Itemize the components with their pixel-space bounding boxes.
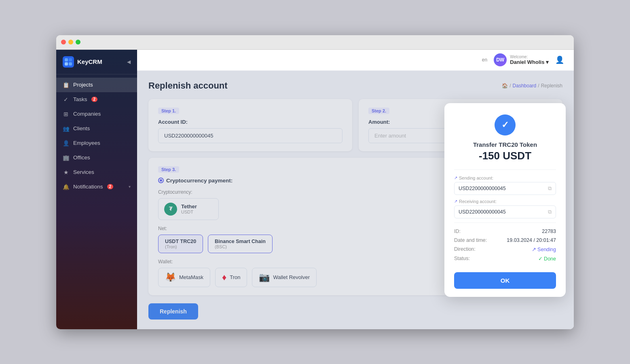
- copy-receiving-icon[interactable]: ⧉: [548, 209, 552, 215]
- user-menu[interactable]: DW Welcome: Daniel Wholis ▾: [494, 53, 549, 66]
- direction-row: Direction: ↗ Sending: [454, 245, 556, 254]
- sidebar-label-clients: Clients: [73, 125, 90, 131]
- sidebar-item-clients[interactable]: 👥 Clients: [56, 121, 137, 136]
- sidebar-item-companies[interactable]: ⊞ Companies: [56, 107, 137, 121]
- direction-label: Direction:: [454, 246, 476, 252]
- sidebar-item-notifications[interactable]: 🔔 Notifications 2 ▾: [56, 180, 137, 194]
- svg-rect-1: [69, 58, 72, 61]
- clients-icon: 👥: [63, 125, 69, 132]
- svg-rect-2: [65, 62, 68, 66]
- check-icon: ✓: [501, 120, 509, 130]
- services-icon: ★: [63, 169, 69, 176]
- check-circle: ✓: [495, 114, 516, 135]
- svg-rect-0: [65, 58, 68, 61]
- modal-details: ↗ Sending account: USD2200000000045 ⧉ ↗: [454, 169, 556, 289]
- welcome-text: Welcome:: [510, 55, 549, 59]
- modal-info-grid: ID: 22783 Date and time: 19.03.2024 / 20…: [454, 227, 556, 263]
- send-arrow-icon: ↗: [454, 176, 457, 180]
- receiving-label: ↗ Receiving account:: [454, 199, 556, 204]
- modal-amount: -150 USDT: [479, 150, 531, 162]
- sidebar: KeyCRM ◀ 📋 Projects ✓ Tasks 2 ⊞ Companie…: [56, 50, 137, 329]
- topbar: en DW Welcome: Daniel Wholis ▾ 👤: [137, 50, 574, 71]
- datetime-row: Date and time: 19.03.2024 / 20:01:47: [454, 236, 556, 245]
- language-indicator[interactable]: en: [482, 57, 487, 63]
- recv-arrow-icon: ↗: [454, 199, 457, 203]
- page-area: Replenish account 🏠 / Dashboard / Replen…: [137, 71, 574, 329]
- tasks-icon: ✓: [63, 96, 69, 103]
- direction-value: ↗ Sending: [532, 246, 556, 252]
- notifications-chevron: ▾: [129, 184, 131, 189]
- sidebar-label-employees: Employees: [73, 140, 100, 146]
- sending-account-row: ↗ Sending account: USD2200000000045 ⧉: [454, 176, 556, 195]
- sidebar-label-projects: Projects: [73, 82, 93, 88]
- datetime-value: 19.03.2024 / 20:01:47: [507, 237, 556, 243]
- companies-icon: ⊞: [63, 111, 69, 117]
- sidebar-item-services[interactable]: ★ Services: [56, 165, 137, 180]
- sidebar-label-companies: Companies: [73, 111, 101, 117]
- modal-title: Transfer TRC20 Token: [473, 141, 537, 148]
- id-label: ID:: [454, 229, 461, 234]
- id-value: 22783: [542, 229, 556, 234]
- sending-account-value: USD2200000000045: [459, 186, 506, 191]
- modal-divider: [454, 222, 556, 223]
- status-value: ✓ Done: [538, 256, 556, 262]
- sending-value-box: USD2200000000045 ⧉: [454, 182, 556, 195]
- datetime-label: Date and time:: [454, 237, 487, 243]
- sidebar-label-services: Services: [73, 169, 94, 175]
- app-logo: [63, 56, 74, 68]
- user-name: Daniel Wholis ▾: [510, 59, 549, 65]
- sidebar-collapse[interactable]: ◀: [127, 59, 131, 65]
- user-icon: 👤: [555, 55, 564, 64]
- user-info: Welcome: Daniel Wholis ▾: [510, 55, 549, 65]
- sidebar-item-projects[interactable]: 📋 Projects: [56, 78, 137, 92]
- tasks-badge: 2: [91, 97, 98, 102]
- sidebar-label-notifications: Notifications: [73, 184, 103, 190]
- notifications-icon: 🔔: [63, 184, 69, 190]
- svg-rect-3: [69, 62, 72, 66]
- offices-icon: 🏢: [63, 154, 69, 161]
- main-content: en DW Welcome: Daniel Wholis ▾ 👤 Repleni…: [137, 50, 574, 329]
- employees-icon: 👤: [63, 140, 69, 146]
- sidebar-item-employees[interactable]: 👤 Employees: [56, 136, 137, 150]
- sidebar-label-offices: Offices: [73, 154, 90, 161]
- ok-button[interactable]: OK: [454, 272, 556, 289]
- copy-sending-icon[interactable]: ⧉: [548, 185, 552, 192]
- receiving-account-value: USD2200000000045: [459, 209, 506, 215]
- id-row: ID: 22783: [454, 227, 556, 236]
- receiving-account-row: ↗ Receiving account: USD2200000000045 ⧉: [454, 199, 556, 218]
- sidebar-nav: 📋 Projects ✓ Tasks 2 ⊞ Companies 👥 Clien…: [56, 74, 137, 329]
- sidebar-label-tasks: Tasks: [73, 96, 87, 102]
- receiving-value-box: USD2200000000045 ⧉: [454, 205, 556, 218]
- projects-icon: 📋: [63, 82, 69, 88]
- sidebar-item-offices[interactable]: 🏢 Offices: [56, 150, 137, 165]
- sidebar-item-tasks[interactable]: ✓ Tasks 2: [56, 92, 137, 107]
- status-label: Status:: [454, 256, 470, 261]
- sidebar-header: KeyCRM ◀: [56, 50, 137, 74]
- notifications-badge: 2: [107, 184, 114, 189]
- user-avatar: DW: [494, 53, 507, 66]
- brand-name: KeyCRM: [77, 58, 102, 65]
- sending-label: ↗ Sending account:: [454, 176, 556, 180]
- transfer-modal: ✓ Transfer TRC20 Token -150 USDT ↗ Sendi…: [444, 103, 566, 297]
- status-row: Status: ✓ Done: [454, 254, 556, 263]
